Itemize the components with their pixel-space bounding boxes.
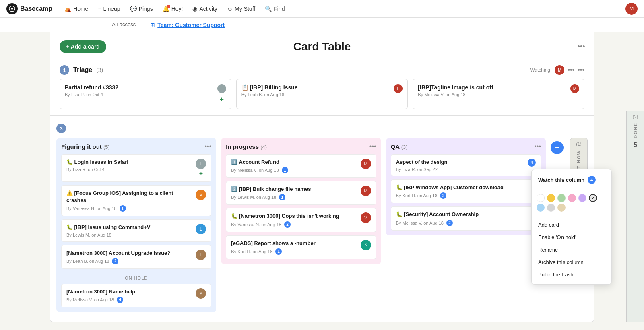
triage-card[interactable]: Partial refund #3332 By Liza R. on Oct 4… xyxy=(60,79,231,109)
breadcrumb-bar: All-access ⊞ Team: Customer Support xyxy=(0,18,644,32)
card[interactable]: 🐛 [Nametron 3000] Oops this isn't workin… xyxy=(226,208,376,232)
triage-card-meta: By Liza R. on Oct 4 xyxy=(65,92,118,97)
hey-badge xyxy=(167,5,170,8)
card-title: 🐛 [Nametron 3000] Oops this isn't workin… xyxy=(231,212,339,220)
nav-pings[interactable]: 💬 Pings xyxy=(126,3,157,14)
mystuff-icon: ☺ xyxy=(227,6,233,12)
card-title: [Nametron 3000] Name help xyxy=(66,288,135,295)
card-badge: 1 xyxy=(120,205,126,212)
card-meta: By Kurt H. on Aug 18 1 xyxy=(231,248,315,255)
nav-home[interactable]: ⛺ Home xyxy=(60,3,92,14)
card[interactable]: Aspect of the design By Liza R. on Sep 2… xyxy=(391,154,541,176)
hey-icon: 🔔 xyxy=(163,6,169,12)
card-avatar: L xyxy=(196,224,206,234)
color-swatch-purple[interactable] xyxy=(578,194,586,202)
card-meta: By Liza R. on Sep 22 xyxy=(396,167,528,172)
watch-column-label: Watch this column xyxy=(538,177,584,183)
card[interactable]: [Nametron 3000] Account Upgrade Issue? B… xyxy=(61,245,211,269)
column-more-button[interactable]: ••• xyxy=(369,143,376,150)
watch-column-item[interactable]: Watch this column 4 xyxy=(532,173,611,187)
column-dropdown-menu: Watch this column 4 ✓ Add card Enable 'O… xyxy=(531,169,612,285)
card[interactable]: 🐛 [IBP Windows App] Customer download By… xyxy=(391,179,541,203)
color-swatch-lightblue[interactable] xyxy=(537,204,545,212)
nav-hey[interactable]: 🔔 Hey! xyxy=(159,3,187,14)
card-avatar: K xyxy=(361,240,371,250)
color-swatch-green[interactable] xyxy=(557,194,566,202)
enable-on-hold-menu-item[interactable]: Enable 'On hold' xyxy=(532,231,611,243)
column-more-button[interactable]: ••• xyxy=(205,143,212,150)
card[interactable]: 🐛 [IBP] Issue using Command+V By Lewis M… xyxy=(61,219,211,241)
archive-column-menu-item[interactable]: Archive this column xyxy=(532,256,611,268)
card-meta: By Melissa V. on Aug 18 1 xyxy=(231,167,288,173)
triage-number: 1 xyxy=(60,65,69,75)
nav-activity[interactable]: ◉ Activity xyxy=(188,3,221,14)
card-title: Aspect of the design xyxy=(396,159,528,166)
column-more-button[interactable]: ••• xyxy=(534,143,541,150)
not-now-count: (1) xyxy=(576,142,581,146)
column-header: Figuring it out (5) ••• xyxy=(61,143,211,150)
add-card-button[interactable]: + Add a card xyxy=(60,40,106,53)
color-swatch-yellow[interactable] xyxy=(547,194,555,202)
columns-section-number: 3 xyxy=(56,124,66,133)
triage-card-meta: By Melissa V. on Aug 18 xyxy=(418,92,493,97)
card-title: 🐛 [Security] Account Ownership xyxy=(396,211,479,218)
card[interactable]: [Nametron 3000] Name help By Melissa V. … xyxy=(61,284,211,307)
column-title: In progress (4) xyxy=(226,143,267,150)
card-add-button[interactable]: + xyxy=(219,95,224,104)
color-swatch-pink[interactable] xyxy=(568,194,576,202)
card-meta: By Melissa V. on Aug 18 2 xyxy=(396,220,479,226)
triage-card-avatar: L xyxy=(394,84,402,93)
triage-header: 1 Triage (3) Watching: M ••• ••• xyxy=(60,60,584,79)
breadcrumb-all-access[interactable]: All-access xyxy=(105,18,143,31)
color-swatch-white[interactable] xyxy=(537,194,545,202)
column-header: QA (3) ••• xyxy=(391,143,541,150)
user-avatar[interactable]: M xyxy=(625,3,638,15)
rename-menu-item[interactable]: Rename xyxy=(532,243,611,256)
nav-hey-label: Hey! xyxy=(171,6,183,12)
card-title: [eGADS] Report shows a -number xyxy=(231,240,315,247)
triage-options-button[interactable]: ••• xyxy=(578,66,584,74)
triage-cards-row: Partial refund #3332 By Liza R. on Oct 4… xyxy=(60,79,584,109)
nav-lineup[interactable]: ≡ Lineup xyxy=(94,3,124,14)
triage-card[interactable]: 📋 [IBP] Billing Issue By Leah B. on Aug … xyxy=(236,79,408,109)
dropdown-colors: ✓ xyxy=(537,194,607,202)
add-card-menu-item[interactable]: Add card xyxy=(532,219,611,231)
done-number: 5 xyxy=(634,142,637,149)
card[interactable]: [eGADS] Report shows a -number By Kurt H… xyxy=(226,235,376,259)
card-meta: By Liza R. on Oct 4 xyxy=(66,167,128,172)
card-table-more-button[interactable]: ••• xyxy=(575,40,588,53)
trash-column-menu-item[interactable]: Put in the trash xyxy=(532,268,611,281)
breadcrumb-project[interactable]: ⊞ Team: Customer Support xyxy=(143,22,232,28)
card[interactable]: ⚠️ [Focus Group iOS] Assigning to a clie… xyxy=(61,185,211,216)
done-panel[interactable]: (2) DONE 5 xyxy=(626,111,644,322)
card[interactable]: 1️⃣ Account Refund By Melissa V. on Aug … xyxy=(226,154,376,178)
card-meta: By Lewis M. on Aug 18 1 xyxy=(231,194,311,200)
card-add-btn[interactable]: + xyxy=(199,170,203,177)
find-icon: 🔍 xyxy=(265,6,272,12)
triage-card[interactable]: [IBP]Tagline Image is cut off By Melissa… xyxy=(413,79,584,109)
triage-more-button[interactable]: ••• xyxy=(568,66,574,74)
column-figuring-it-out: Figuring it out (5) ••• 🐛 Login issues i… xyxy=(56,138,216,312)
triage-title: Triage xyxy=(73,66,92,74)
nav-lineup-label: Lineup xyxy=(103,6,120,12)
page-title: Card Table xyxy=(293,40,351,53)
nav-home-label: Home xyxy=(73,6,88,12)
card-badge: 1 xyxy=(279,194,285,200)
color-swatch-check[interactable]: ✓ xyxy=(589,194,597,202)
card[interactable]: 🐛 [Security] Account Ownership By Meliss… xyxy=(391,206,541,230)
columns-section-header: 3 xyxy=(56,120,588,138)
card[interactable]: 2️⃣ [IBP] Bulk change file names By Lewi… xyxy=(226,181,376,205)
card[interactable]: 🐛 Login issues in Safari By Liza R. on O… xyxy=(61,154,211,182)
nav-pings-label: Pings xyxy=(139,6,153,12)
nav-mystuff[interactable]: ☺ My Stuff xyxy=(223,3,259,14)
app-logo[interactable]: Basecamp xyxy=(6,3,52,14)
triage-count: (3) xyxy=(96,67,103,73)
card-badge: 4 xyxy=(117,297,123,303)
add-column-button[interactable]: + xyxy=(551,141,564,154)
card-avatar: M xyxy=(196,288,206,299)
nav-find[interactable]: 🔍 Find xyxy=(261,3,289,14)
color-swatch-lightgray[interactable] xyxy=(547,204,555,212)
watch-count-badge: 4 xyxy=(588,176,596,184)
color-swatch-tan[interactable] xyxy=(557,204,566,212)
watch-badge: 4 xyxy=(528,159,536,167)
